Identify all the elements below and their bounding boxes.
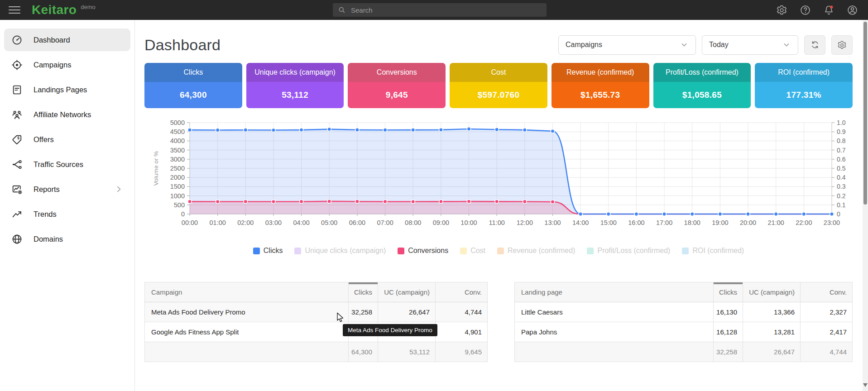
metric-card-roi-confirmed[interactable]: ROI (confirmed)177.31% bbox=[755, 63, 853, 108]
chart-point-clicks[interactable] bbox=[467, 127, 470, 131]
metric-card-unique-clicks-campaign[interactable]: Unique clicks (campaign)53,112 bbox=[246, 63, 344, 108]
metric-card-conversions[interactable]: Conversions9,645 bbox=[348, 63, 446, 108]
chart-point-clicks[interactable] bbox=[774, 212, 777, 216]
table-row[interactable]: Meta Ads Food Delivery Promo32,25826,647… bbox=[145, 302, 488, 322]
chart-point-clicks[interactable] bbox=[607, 212, 610, 216]
legend-item-revenue-confirmed[interactable]: Revenue (confirmed) bbox=[497, 247, 575, 255]
chart-point-clicks[interactable] bbox=[383, 128, 387, 132]
metric-card-label: Revenue (confirmed) bbox=[551, 63, 649, 82]
chart-point-clicks[interactable] bbox=[216, 128, 219, 132]
sidebar-item-trends[interactable]: Trends bbox=[4, 203, 130, 225]
column-header-uc-campaign[interactable]: UC (campaign) bbox=[743, 282, 801, 302]
chart-point-clicks[interactable] bbox=[188, 128, 192, 132]
chart-point-clicks[interactable] bbox=[244, 128, 247, 132]
menu-icon[interactable] bbox=[9, 4, 20, 15]
table-row[interactable]: Little Caesars16,13013,3662,327 bbox=[515, 302, 853, 322]
chart-point-conversions[interactable] bbox=[272, 200, 275, 203]
row-value-cell: 4,901 bbox=[436, 322, 488, 342]
notifications-icon[interactable] bbox=[823, 5, 834, 16]
chart-point-conversions[interactable] bbox=[299, 200, 303, 203]
scrollbar-down-arrow-icon[interactable] bbox=[863, 383, 868, 389]
row-name-cell[interactable]: Google Ads Fitness App Split bbox=[145, 322, 349, 342]
legend-item-profit-loss-confirmed[interactable]: Profit/Loss (confirmed) bbox=[587, 247, 670, 255]
column-header-campaign[interactable]: Campaign bbox=[145, 282, 349, 302]
sidebar-item-campaigns[interactable]: Campaigns bbox=[4, 53, 130, 76]
app-logo[interactable]: Keitaro bbox=[32, 3, 77, 17]
scrollbar-thumb[interactable] bbox=[863, 22, 867, 205]
dashboard-settings-button[interactable] bbox=[831, 35, 853, 55]
column-header-conv[interactable]: Conv. bbox=[436, 282, 488, 302]
sidebar-item-label: Traffic Sources bbox=[34, 160, 83, 169]
legend-item-conversions[interactable]: Conversions bbox=[398, 247, 448, 255]
sidebar-item-dashboard[interactable]: Dashboard bbox=[4, 29, 130, 51]
chart-point-clicks[interactable] bbox=[272, 128, 275, 132]
help-icon[interactable] bbox=[800, 5, 811, 16]
chart-point-conversions[interactable] bbox=[383, 200, 387, 203]
chart-point-clicks[interactable] bbox=[718, 212, 722, 216]
chart-point-conversions[interactable] bbox=[439, 200, 443, 203]
chart-point-clicks[interactable] bbox=[691, 212, 694, 216]
chart-point-clicks[interactable] bbox=[830, 212, 834, 216]
chevron-down-icon bbox=[680, 40, 689, 49]
chart-point-clicks[interactable] bbox=[579, 212, 582, 216]
row-name-cell[interactable]: Papa Johns bbox=[515, 322, 714, 342]
table-row[interactable]: Papa Johns16,12813,2812,417 bbox=[515, 322, 853, 342]
metric-card-revenue-confirmed[interactable]: Revenue (confirmed)$1,655.73 bbox=[551, 63, 649, 108]
chart-point-conversions[interactable] bbox=[244, 200, 247, 203]
row-name-cell[interactable]: Meta Ads Food Delivery Promo bbox=[145, 302, 349, 322]
sidebar-item-traffic-sources[interactable]: Traffic Sources bbox=[4, 153, 130, 176]
metric-card-cost[interactable]: Cost$597.0760 bbox=[450, 63, 547, 108]
chart-point-clicks[interactable] bbox=[411, 128, 415, 132]
chart-point-conversions[interactable] bbox=[355, 200, 359, 203]
page-title: Dashboard bbox=[144, 36, 221, 54]
sidebar-item-reports[interactable]: Reports bbox=[4, 178, 130, 200]
legend-item-clicks[interactable]: Clicks bbox=[253, 247, 283, 255]
column-header-clicks[interactable]: Clicks bbox=[349, 282, 378, 302]
chart-point-conversions[interactable] bbox=[327, 200, 331, 203]
metric-card-clicks[interactable]: Clicks64,300 bbox=[144, 63, 242, 108]
column-header-clicks[interactable]: Clicks bbox=[714, 282, 743, 302]
column-header-uc-campaign[interactable]: UC (campaign) bbox=[378, 282, 436, 302]
legend-item-unique-clicks-campaign[interactable]: Unique clicks (campaign) bbox=[294, 247, 386, 255]
column-header-conv[interactable]: Conv. bbox=[801, 282, 853, 302]
column-header-landing-page[interactable]: Landing page bbox=[515, 282, 714, 302]
legend-item-roi-confirmed[interactable]: ROI (confirmed) bbox=[682, 247, 744, 255]
chart-point-clicks[interactable] bbox=[634, 212, 638, 216]
traffic-chart[interactable]: 0500100015002000250030003500400045005000… bbox=[144, 119, 853, 233]
chart-point-clicks[interactable] bbox=[551, 129, 554, 133]
legend-item-cost[interactable]: Cost bbox=[460, 247, 485, 255]
search-input[interactable] bbox=[350, 6, 542, 14]
sidebar-item-offers[interactable]: $Offers bbox=[4, 128, 130, 151]
chart-point-clicks[interactable] bbox=[355, 128, 359, 132]
metric-card-profit-loss-confirmed[interactable]: Profit/Loss (confirmed)$1,058.65 bbox=[653, 63, 751, 108]
sidebar-item-landings-pages[interactable]: Landings Pages bbox=[4, 78, 130, 101]
chart-point-conversions[interactable] bbox=[495, 200, 499, 203]
navbar-actions bbox=[776, 0, 858, 20]
chart-y-axis-right: 00.10.20.30.40.50.60.70.80.91.0USD bbox=[832, 119, 853, 218]
chart-point-conversions[interactable] bbox=[551, 200, 554, 204]
chart-point-conversions[interactable] bbox=[411, 200, 415, 203]
sidebar-item-domains[interactable]: Domains bbox=[4, 228, 130, 250]
chart-point-clicks[interactable] bbox=[299, 128, 303, 132]
chart-point-clicks[interactable] bbox=[495, 128, 499, 131]
chart-point-clicks[interactable] bbox=[439, 128, 443, 132]
scrollbar[interactable] bbox=[863, 20, 868, 391]
search-box[interactable] bbox=[333, 3, 547, 17]
row-name-cell[interactable]: Little Caesars bbox=[515, 302, 714, 322]
sidebar-item-affiliate-networks[interactable]: Affiliate Networks bbox=[4, 103, 130, 126]
chart-point-clicks[interactable] bbox=[327, 127, 331, 131]
chart-point-clicks[interactable] bbox=[746, 212, 750, 216]
chart-point-conversions[interactable] bbox=[523, 200, 527, 203]
chart-point-clicks[interactable] bbox=[523, 128, 527, 132]
chart-point-clicks[interactable] bbox=[662, 212, 666, 216]
chart-point-conversions[interactable] bbox=[216, 200, 219, 203]
sidebar-item-label: Campaigns bbox=[34, 61, 71, 69]
entity-filter-select[interactable]: Campaigns bbox=[558, 35, 696, 55]
refresh-button[interactable] bbox=[804, 35, 825, 55]
settings-icon[interactable] bbox=[776, 5, 787, 16]
chart-point-clicks[interactable] bbox=[802, 212, 806, 216]
chart-point-conversions[interactable] bbox=[467, 200, 470, 203]
date-range-select[interactable]: Today bbox=[702, 35, 798, 55]
chart-point-conversions[interactable] bbox=[188, 200, 192, 203]
account-icon[interactable] bbox=[847, 5, 858, 16]
